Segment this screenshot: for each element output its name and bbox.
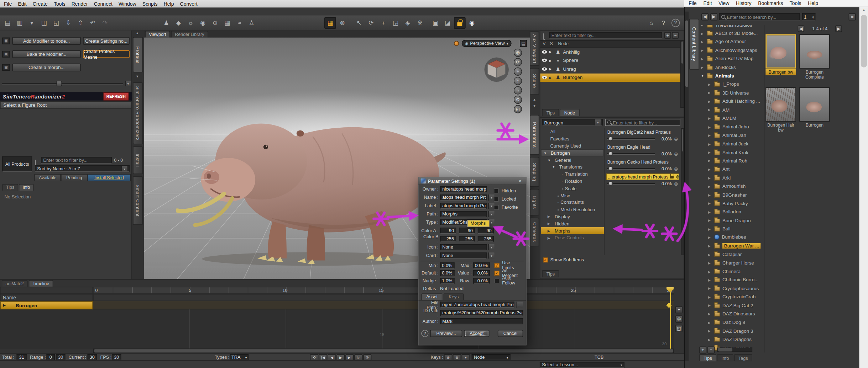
parameter-group[interactable]: Mesh Resolution [541,206,604,213]
group-label[interactable]: Mesh Resolution [560,207,595,212]
transport-button[interactable]: ▶| [345,354,354,361]
accept-button[interactable]: Accept [464,330,490,337]
viewport-tool[interactable]: ⟳ [514,58,522,66]
expand-icon[interactable] [708,201,712,205]
add-modifier-button[interactable]: Add Modifier to node... [12,37,81,45]
expand-icon[interactable] [708,303,712,307]
content-folder-row[interactable]: Chthonic Burro... [699,276,763,284]
content-folder-row[interactable]: Burrogen War ... [699,241,763,250]
limit-value-2[interactable]: 100.0% [473,262,490,268]
store-tab[interactable]: Pending [61,174,88,181]
viewport-tab[interactable]: Viewport [145,31,170,38]
help-icon[interactable]: ? [421,330,428,337]
visibility-eye-icon[interactable] [542,67,547,70]
scene-filter-input[interactable] [551,33,660,38]
content-folder-row[interactable]: aniBlocks [699,63,763,71]
camera-selector[interactable]: ◉ Perspective View ▾ [462,40,512,47]
prev-page-icon[interactable]: ◀ [798,25,805,32]
toolbar-icon[interactable]: ♙ [246,17,257,28]
group-label[interactable]: Misc [560,193,570,198]
gear-icon[interactable]: ⊛ [674,166,678,172]
content-folder-row[interactable]: Animal Jabo [699,123,763,131]
parameters-scrollbar[interactable] [681,128,684,255]
toolbar-icon[interactable]: ◉ [466,17,478,28]
content-folder-row[interactable]: 3D Universe [699,89,763,97]
content-folder-row[interactable]: Baby Packy [699,199,763,208]
pan-icon[interactable]: + [675,306,683,313]
parameter-group[interactable]: Favorites [541,135,604,142]
parameter-label-row[interactable]: Burrogen Eagle Head ⊛ [606,144,679,150]
content-folder-row[interactable]: Animals [699,71,763,80]
content-folder-row[interactable]: TheBrashStudios [699,25,763,29]
transport-button[interactable]: ▶ [336,354,345,361]
content-folder-row[interactable]: DAZ Dinosaurs [699,310,763,318]
folder-label[interactable]: Bumblebee [722,235,746,240]
toolbar-icon[interactable]: ※ [414,17,426,28]
transport-button[interactable]: ⟲ [310,354,318,361]
timeline-tab[interactable]: aniMate2 [2,280,28,287]
slider-row[interactable]: 0.0% ⊛ [606,150,679,158]
expand-icon[interactable] [548,236,551,240]
all-products-box[interactable]: All Products [2,156,32,172]
expand-icon[interactable] [708,116,712,120]
store-tab[interactable]: Install Selected [88,174,131,181]
scrollbar-thumb[interactable] [685,20,688,86]
folder-label[interactable]: Catapilar [722,251,742,257]
expand-icon[interactable] [548,229,551,233]
expand-icon[interactable] [552,165,556,169]
next-page-icon[interactable]: ▶ [835,25,842,32]
toolbar-icon[interactable]: ♟ [161,17,172,28]
folder-label[interactable]: Bone Dragon [722,218,751,223]
expand-icon[interactable] [708,176,712,180]
slider-options-arrow[interactable]: ▾ [125,81,131,86]
thumbnail-label[interactable]: Burrogen bw [765,69,796,75]
scene-tab[interactable]: Tips [542,109,559,116]
browser-menu-item[interactable]: Edit [703,1,712,6]
node-dropdown[interactable]: Node▾ [472,354,511,360]
create-proteus-meshes-button[interactable]: Create Proteus Meshe [83,50,130,58]
folder-label[interactable]: Charger Horse [722,260,754,266]
browse-button[interactable]: ... [516,302,523,308]
content-folder-row[interactable]: Cryolophosaurus [699,284,763,293]
scene-scrollbar[interactable] [680,40,684,108]
toolbar-icon[interactable]: ▦ [324,17,336,28]
thumbnail-label[interactable]: Burrogen Complete [799,69,830,80]
scroll-up-icon[interactable]: ▲ [860,7,868,11]
slider-value[interactable]: 0.0% [657,151,671,156]
slider-handle[interactable] [608,137,613,141]
content-folder-row[interactable]: Charger Horse [699,258,763,267]
dropdown-arrow[interactable]: ▾ [488,252,494,258]
toolbar-icon[interactable]: ◆ [173,17,184,28]
content-thumbnail[interactable]: Burrogen Hair bw [765,87,796,134]
toolbar-icon[interactable]: ↖ [353,17,365,28]
browser-menu-item[interactable]: Bookmarks [758,1,783,6]
parameter-group[interactable]: Currently Used [541,142,604,149]
toolbar-icon[interactable]: ↷ [99,17,111,28]
expand-icon[interactable] [701,25,705,27]
scene-tab[interactable]: Node [560,109,579,116]
dropdown-arrow[interactable]: ▾ [121,166,127,171]
content-folder-row[interactable]: Chimera [699,267,763,276]
content-folder-row[interactable]: Catapilar [699,250,763,258]
expand-icon[interactable]: ▶ [3,303,6,307]
viewport-tool[interactable]: ◎ [514,49,522,57]
toolbar-icon[interactable]: ◪ [442,17,454,28]
expand-icon[interactable] [708,99,712,103]
spin-down-icon[interactable]: ▾ [812,17,814,18]
folder-label[interactable]: B9Gnasher [722,192,747,198]
gear-icon[interactable]: ⊛ [674,181,678,187]
group-label[interactable]: Morphs [555,228,570,234]
folder-label[interactable]: Chimera [722,268,741,274]
track-name[interactable]: Burrogen [16,303,37,308]
color-b-r[interactable]: 255 [440,236,456,242]
dropdown-arrow[interactable]: ▾ [595,119,601,126]
parameter-group[interactable]: General [541,156,604,164]
content-folder-row[interactable]: B9Gnasher [699,191,763,199]
toolbar-icon[interactable]: ▣ [430,17,441,28]
group-label[interactable]: Display [555,214,570,219]
track-label[interactable]: ▶ Burrogen [0,301,93,309]
folder-label[interactable]: Animal Juck [722,141,748,147]
group-label[interactable]: Burrogen [551,150,570,156]
dock-tab-cameras[interactable]: Cameras [530,218,539,246]
menu-item[interactable]: Edit [18,1,27,6]
